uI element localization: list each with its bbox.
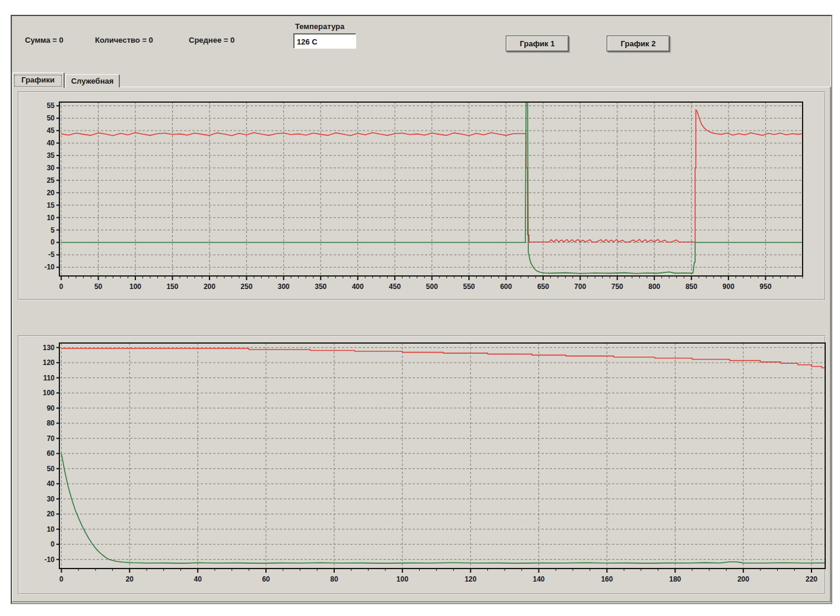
tab-service-label: Служебная	[71, 77, 114, 85]
graph2-button[interactable]: График 2	[607, 36, 670, 52]
svg-text:600: 600	[500, 282, 512, 291]
svg-text:250: 250	[240, 282, 252, 291]
svg-text:90: 90	[47, 404, 55, 412]
svg-text:950: 950	[760, 282, 772, 291]
svg-text:350: 350	[315, 282, 327, 291]
svg-text:750: 750	[611, 282, 623, 291]
svg-text:130: 130	[43, 344, 55, 352]
svg-text:20: 20	[47, 510, 55, 518]
svg-text:0: 0	[50, 540, 55, 548]
svg-text:180: 180	[669, 575, 681, 583]
svg-text:30: 30	[47, 495, 55, 503]
svg-text:850: 850	[686, 282, 698, 291]
svg-text:200: 200	[737, 575, 749, 583]
svg-text:40: 40	[194, 575, 202, 583]
tab-focus-rect	[14, 75, 62, 87]
svg-text:60: 60	[47, 449, 55, 458]
svg-text:70: 70	[47, 434, 55, 443]
svg-text:60: 60	[262, 575, 270, 583]
svg-text:120: 120	[43, 358, 55, 367]
svg-text:35: 35	[47, 151, 55, 160]
svg-text:650: 650	[537, 282, 549, 291]
svg-text:-10: -10	[45, 555, 55, 564]
chart-1: 0501001502002503003504004505005506006507…	[18, 91, 826, 300]
svg-text:25: 25	[47, 176, 55, 185]
svg-text:160: 160	[601, 575, 613, 583]
svg-text:500: 500	[426, 282, 438, 291]
svg-text:40: 40	[47, 480, 55, 488]
svg-text:20: 20	[47, 189, 55, 197]
svg-text:30: 30	[47, 164, 55, 172]
svg-text:80: 80	[47, 419, 55, 427]
count-label: Количество = 0	[95, 36, 153, 45]
temperature-label: Температура	[295, 22, 344, 31]
svg-text:400: 400	[352, 282, 364, 291]
svg-text:-10: -10	[45, 263, 55, 271]
svg-text:0: 0	[59, 575, 64, 583]
svg-text:10: 10	[47, 525, 55, 534]
svg-text:900: 900	[722, 282, 734, 291]
graph1-button[interactable]: График 1	[506, 36, 569, 52]
svg-text:10: 10	[47, 214, 55, 222]
chart-2: 020406080100120140160180200220-100102030…	[18, 335, 826, 595]
svg-text:150: 150	[166, 282, 178, 291]
svg-text:100: 100	[129, 282, 141, 291]
svg-text:45: 45	[47, 126, 55, 135]
svg-text:50: 50	[47, 114, 55, 122]
svg-text:550: 550	[463, 282, 475, 291]
svg-text:40: 40	[47, 139, 55, 147]
svg-text:5: 5	[50, 226, 55, 234]
svg-text:0: 0	[50, 238, 55, 246]
tab-graphics[interactable]: Графики	[12, 72, 65, 88]
svg-text:80: 80	[330, 575, 338, 583]
svg-text:700: 700	[574, 282, 586, 291]
tab-service[interactable]: Служебная	[65, 74, 120, 87]
svg-text:15: 15	[47, 201, 55, 209]
svg-text:140: 140	[533, 575, 545, 583]
svg-text:100: 100	[397, 575, 408, 583]
svg-text:50: 50	[94, 282, 103, 291]
svg-text:120: 120	[465, 575, 477, 583]
temperature-input[interactable]	[293, 33, 356, 49]
svg-text:50: 50	[47, 465, 55, 473]
svg-text:100: 100	[43, 389, 55, 397]
application-root: Сумма = 0 Количество = 0 Среднее = 0 Тем…	[0, 0, 840, 616]
svg-text:450: 450	[389, 282, 401, 291]
sum-label: Сумма = 0	[25, 36, 64, 45]
svg-text:200: 200	[204, 282, 215, 291]
svg-text:55: 55	[47, 101, 55, 110]
svg-text:-5: -5	[48, 250, 55, 259]
svg-text:220: 220	[806, 575, 817, 583]
svg-text:20: 20	[126, 575, 134, 583]
svg-text:300: 300	[278, 282, 290, 291]
avg-label: Среднее = 0	[189, 36, 234, 45]
svg-text:800: 800	[648, 282, 660, 291]
svg-text:0: 0	[59, 282, 64, 291]
svg-text:110: 110	[43, 374, 55, 382]
